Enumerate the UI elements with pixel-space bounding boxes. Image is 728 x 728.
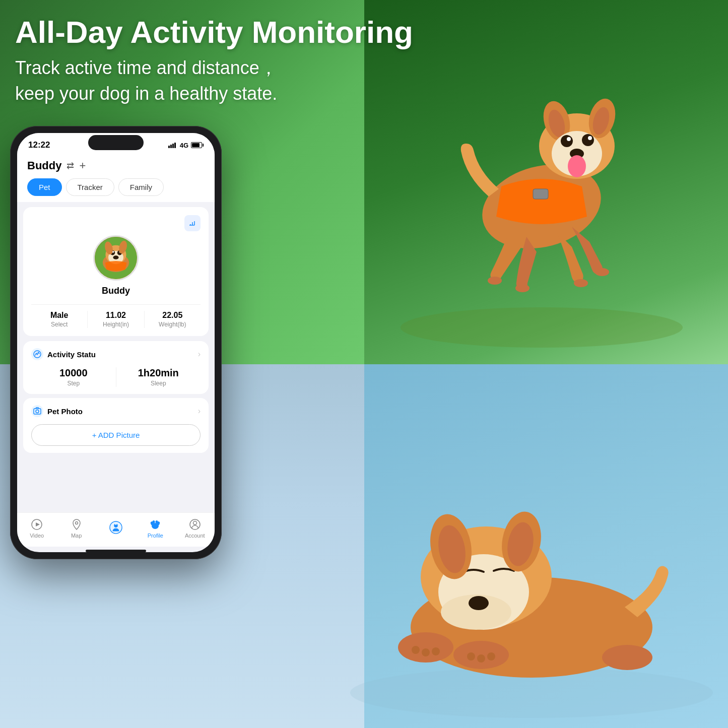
nav-profile-label: Profile xyxy=(148,533,163,539)
pet-display-name: Buddy xyxy=(102,286,130,296)
activity-card: Activity Statu › 10000 Step 1h20min Slee… xyxy=(23,341,209,394)
sleep-label: Sleep xyxy=(116,380,201,387)
activity-title: Activity Statu xyxy=(47,350,96,359)
activity-title-row: Activity Statu xyxy=(31,348,96,360)
svg-point-58 xyxy=(75,522,78,524)
svg-point-36 xyxy=(487,652,495,660)
svg-point-32 xyxy=(422,648,430,656)
nav-video-label: Video xyxy=(30,533,44,539)
activity-steps: 10000 Step xyxy=(31,367,116,387)
stat-gender: Male Select xyxy=(31,311,88,328)
svg-point-8 xyxy=(561,135,573,147)
pet-stats: Male Select 11.02 Height(in) 22.05 Weigh… xyxy=(31,304,201,328)
nav-map[interactable]: Map xyxy=(61,518,92,539)
steps-value: 10000 xyxy=(31,367,116,379)
status-icons: 4G xyxy=(168,142,204,149)
svg-point-11 xyxy=(588,136,592,140)
pet-photo-chevron[interactable]: › xyxy=(198,407,201,416)
bottom-nav: Video Map xyxy=(17,512,215,547)
network-type: 4G xyxy=(180,142,188,149)
svg-point-17 xyxy=(574,279,588,287)
add-picture-button[interactable]: + ADD Picture xyxy=(31,424,201,446)
phone-screen: 12:22 4G xyxy=(17,133,215,552)
svg-point-10 xyxy=(567,137,571,141)
corgi-sleeping-image xyxy=(335,365,728,728)
stat-height-value: 11.02 xyxy=(88,311,144,320)
profile-paw-icon xyxy=(149,518,162,531)
phone-mockup: 12:22 4G xyxy=(10,126,222,559)
svg-point-37 xyxy=(602,645,652,670)
nav-map-label: Map xyxy=(71,533,82,539)
svg-point-33 xyxy=(432,647,440,655)
svg-point-69 xyxy=(193,521,196,525)
pet-photo-icon xyxy=(31,405,43,417)
subtitle-line1: Track active time and distance， xyxy=(15,57,278,78)
stat-weight-value: 22.05 xyxy=(145,311,201,320)
tab-pet[interactable]: Pet xyxy=(27,178,62,196)
pet-photo-card: Pet Photo › + ADD Picture xyxy=(23,398,209,453)
steps-label: Step xyxy=(31,380,116,387)
pet-avatar xyxy=(93,235,139,281)
nav-account-label: Account xyxy=(185,533,205,539)
activity-stats: 10000 Step 1h20min Sleep xyxy=(31,367,201,387)
activity-icon xyxy=(31,348,43,360)
svg-point-67 xyxy=(156,520,158,523)
header-section: All-Day Activity Monitoring Track active… xyxy=(15,15,413,106)
svg-point-29 xyxy=(398,632,453,663)
nav-profile[interactable]: Profile xyxy=(140,518,170,539)
svg-point-18 xyxy=(595,268,609,276)
video-icon xyxy=(30,518,43,531)
tab-family[interactable]: Family xyxy=(118,178,164,196)
svg-point-13 xyxy=(568,155,586,177)
svg-point-24 xyxy=(469,596,489,610)
swap-icon[interactable]: ⇄ xyxy=(67,160,74,171)
home-indicator xyxy=(86,550,146,552)
pet-photo-header: Pet Photo › xyxy=(31,405,201,417)
svg-rect-14 xyxy=(533,189,548,199)
svg-point-9 xyxy=(582,134,594,146)
pet-name-header: Buddy xyxy=(27,159,61,172)
edit-button[interactable] xyxy=(184,215,201,231)
dynamic-island xyxy=(88,135,144,150)
nav-doctor[interactable] xyxy=(101,521,131,536)
activity-header: Activity Statu › xyxy=(31,348,201,360)
stat-height-label: Height(in) xyxy=(88,321,144,328)
status-time: 12:22 xyxy=(28,140,50,150)
svg-marker-57 xyxy=(36,522,40,526)
stat-gender-label: Select xyxy=(31,321,87,328)
svg-rect-62 xyxy=(115,523,116,525)
account-icon xyxy=(188,518,202,531)
battery-icon xyxy=(191,142,204,148)
app-content: Buddy Male Select 11.02 Height(in) 22.05 xyxy=(17,202,215,512)
subtitle-line2: keep your dog in a healthy state. xyxy=(15,83,277,104)
stat-weight: 22.05 Weight(lb) xyxy=(145,311,201,328)
signal-icon xyxy=(168,143,176,148)
pet-photo-title-row: Pet Photo xyxy=(31,405,83,417)
svg-point-0 xyxy=(401,307,683,348)
svg-point-16 xyxy=(515,284,530,292)
nav-account[interactable]: Account xyxy=(180,518,210,539)
stat-height: 11.02 Height(in) xyxy=(88,311,144,328)
avatar-section: Buddy xyxy=(31,235,201,296)
app-header: Buddy ⇄ + Pet Tracker Family xyxy=(17,154,215,202)
pet-photo-title: Pet Photo xyxy=(47,407,83,416)
stat-weight-label: Weight(lb) xyxy=(145,321,201,328)
tab-tracker[interactable]: Tracker xyxy=(66,178,114,196)
svg-point-66 xyxy=(153,520,155,523)
svg-point-15 xyxy=(488,277,502,285)
tab-bar: Pet Tracker Family xyxy=(27,178,205,196)
add-pet-icon[interactable]: + xyxy=(79,159,86,172)
svg-point-55 xyxy=(36,410,39,413)
nav-video[interactable]: Video xyxy=(22,518,52,539)
sleep-value: 1h20min xyxy=(116,367,201,379)
main-title: All-Day Activity Monitoring xyxy=(15,15,413,49)
activity-chevron[interactable]: › xyxy=(198,350,201,359)
svg-point-50 xyxy=(113,255,118,259)
svg-point-35 xyxy=(477,654,485,663)
subtitle: Track active time and distance， keep you… xyxy=(15,55,413,106)
doctor-icon xyxy=(109,521,122,534)
phone-body: 12:22 4G xyxy=(10,126,222,559)
svg-point-31 xyxy=(412,646,420,654)
stat-gender-value: Male xyxy=(31,311,87,320)
corgi-running-image xyxy=(370,10,713,363)
